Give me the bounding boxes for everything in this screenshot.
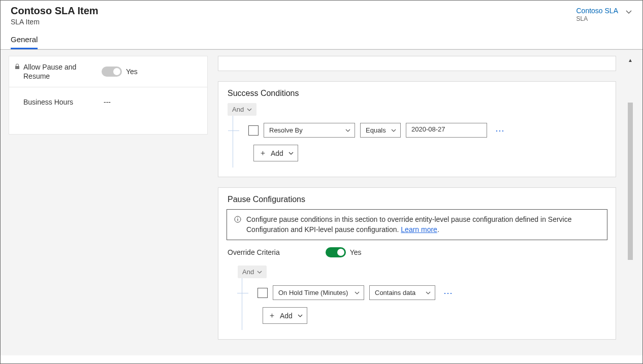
success-field-value: Resolve By bbox=[269, 126, 303, 134]
business-hours-value[interactable]: --- bbox=[102, 98, 111, 106]
allow-pause-row: Allow Pause and Resume Yes bbox=[9, 56, 207, 87]
related-sla-link[interactable]: Contoso SLA bbox=[576, 7, 619, 15]
success-condition-row: Resolve By Equals 2020-08-27 ⋯ bbox=[233, 116, 606, 145]
pause-comparator-select[interactable]: Contains data bbox=[369, 285, 435, 300]
success-conditions-card: Success Conditions And Resolve By bbox=[218, 81, 616, 177]
success-value-input[interactable]: 2020-08-27 bbox=[406, 123, 487, 138]
details-panel: Allow Pause and Resume Yes Business Hour… bbox=[9, 56, 208, 135]
pause-row-more-button[interactable]: ⋯ bbox=[440, 287, 456, 299]
plus-icon: ＋ bbox=[259, 148, 267, 158]
allow-pause-value: Yes bbox=[126, 68, 138, 76]
business-hours-row: Business Hours --- bbox=[9, 87, 207, 117]
info-icon bbox=[234, 216, 241, 223]
tab-general[interactable]: General bbox=[11, 35, 38, 49]
tab-bar: General bbox=[11, 35, 642, 49]
svg-rect-1 bbox=[237, 219, 238, 221]
pause-operator-button[interactable]: And bbox=[238, 266, 267, 278]
allow-pause-label: Allow Pause and Resume bbox=[23, 62, 102, 81]
pause-configurations-title: Pause Configurations bbox=[218, 188, 616, 209]
override-criteria-label: Override Criteria bbox=[228, 248, 280, 256]
pause-configurations-card: Pause Configurations Configure pause con… bbox=[218, 187, 616, 340]
success-field-select[interactable]: Resolve By bbox=[264, 123, 355, 138]
previous-section-card bbox=[218, 56, 616, 71]
chevron-down-icon bbox=[298, 313, 303, 318]
success-row-checkbox[interactable] bbox=[248, 125, 259, 136]
success-add-button[interactable]: ＋ Add bbox=[253, 145, 298, 161]
success-comparator-select[interactable]: Equals bbox=[360, 123, 401, 138]
success-comparator-value: Equals bbox=[366, 126, 386, 134]
scroll-thumb[interactable] bbox=[628, 103, 633, 260]
success-operator-label: And bbox=[232, 106, 244, 113]
override-criteria-toggle[interactable] bbox=[326, 247, 346, 257]
plus-icon: ＋ bbox=[268, 311, 276, 320]
chevron-down-icon bbox=[257, 270, 262, 275]
chevron-down-icon bbox=[426, 290, 431, 295]
pause-comparator-value: Contains data bbox=[375, 289, 415, 296]
pause-field-select[interactable]: On Hold Time (Minutes) bbox=[273, 285, 364, 300]
chevron-down-icon bbox=[247, 107, 252, 112]
chevron-down-icon bbox=[345, 128, 350, 133]
svg-rect-2 bbox=[237, 218, 238, 218]
pause-operator-label: And bbox=[242, 268, 254, 276]
override-criteria-value: Yes bbox=[350, 248, 362, 256]
pause-add-label: Add bbox=[280, 312, 293, 320]
pause-add-button[interactable]: ＋ Add bbox=[263, 307, 307, 324]
chevron-down-icon bbox=[288, 151, 294, 156]
pause-info-banner: Configure pause conditions in this secti… bbox=[227, 209, 607, 240]
chevron-down-icon bbox=[391, 128, 396, 133]
page-title: Contoso SLA Item bbox=[11, 5, 99, 17]
scroll-up-arrow[interactable]: ▲ bbox=[626, 56, 634, 64]
chevron-down-icon bbox=[355, 290, 360, 295]
related-sla-type: SLA bbox=[576, 15, 619, 22]
page-subtitle: SLA Item bbox=[11, 18, 99, 26]
pause-condition-row: On Hold Time (Minutes) Contains data ⋯ bbox=[242, 278, 606, 307]
pause-field-value: On Hold Time (Minutes) bbox=[278, 289, 348, 296]
success-row-more-button[interactable]: ⋯ bbox=[492, 125, 508, 136]
business-hours-label: Business Hours bbox=[23, 97, 73, 107]
success-conditions-title: Success Conditions bbox=[218, 82, 616, 103]
pause-row-checkbox[interactable] bbox=[258, 288, 268, 298]
chevron-down-icon bbox=[625, 9, 632, 16]
lock-icon bbox=[14, 63, 20, 70]
success-operator-button[interactable]: And bbox=[228, 103, 256, 116]
main-scrollbar[interactable]: ▲ bbox=[626, 56, 634, 355]
pause-learn-more-link[interactable]: Learn more bbox=[401, 225, 437, 234]
success-add-label: Add bbox=[271, 149, 283, 157]
expand-header-button[interactable] bbox=[625, 7, 632, 16]
allow-pause-toggle[interactable] bbox=[102, 67, 122, 77]
